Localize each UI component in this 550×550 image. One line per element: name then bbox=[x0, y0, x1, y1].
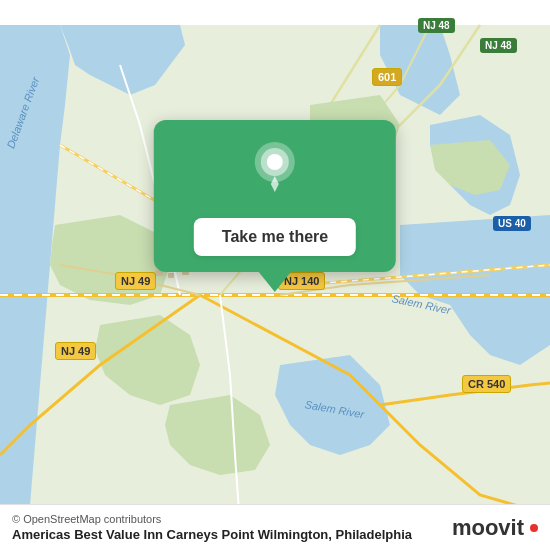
map-container: NJ 48 NJ 48 601 NJ 49 NJ 49 NJ 140 US 40… bbox=[0, 0, 550, 550]
svg-point-6 bbox=[267, 154, 283, 170]
road-label-nj49-1: NJ 49 bbox=[115, 272, 156, 290]
road-label-us40: US 40 bbox=[493, 216, 531, 231]
road-label-nj48-1: NJ 48 bbox=[418, 18, 455, 33]
location-popup: Take me there bbox=[154, 120, 396, 292]
location-name: Americas Best Value Inn Carneys Point Wi… bbox=[12, 527, 412, 542]
bottom-bar: © OpenStreetMap contributors Americas Be… bbox=[0, 504, 550, 550]
road-label-cr540: CR 540 bbox=[462, 375, 511, 393]
road-label-nj601: 601 bbox=[372, 68, 402, 86]
moovit-logo-text: moovit bbox=[452, 515, 524, 541]
take-me-there-button[interactable]: Take me there bbox=[194, 218, 356, 256]
popup-arrow bbox=[259, 272, 291, 292]
moovit-dot bbox=[530, 524, 538, 532]
road-label-nj48-2: NJ 48 bbox=[480, 38, 517, 53]
location-pin-icon bbox=[251, 140, 299, 200]
road-label-nj49-2: NJ 49 bbox=[55, 342, 96, 360]
moovit-logo: moovit bbox=[452, 515, 538, 541]
popup-box: Take me there bbox=[154, 120, 396, 272]
map-attribution: © OpenStreetMap contributors bbox=[12, 513, 412, 525]
